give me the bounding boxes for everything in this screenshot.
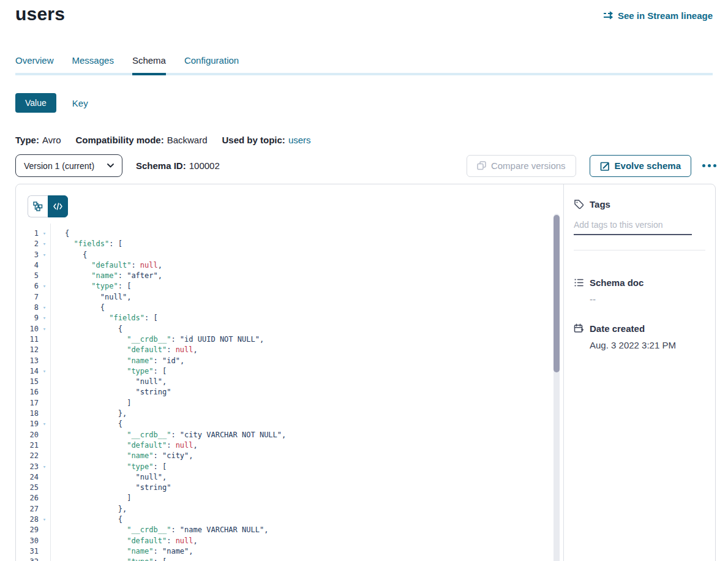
line-number: 31 (16, 546, 39, 557)
topic-link[interactable]: users (288, 135, 311, 145)
code-view-button[interactable] (48, 195, 68, 217)
add-tags-input[interactable] (574, 217, 692, 235)
fold-toggle-icon[interactable]: ▾ (39, 228, 50, 239)
code-text: "type": [ (50, 281, 131, 292)
code-text: "__crdb__": "city VARCHAR NOT NULL", (50, 430, 286, 440)
fold-toggle-icon[interactable]: ▾ (39, 324, 50, 334)
tab-configuration[interactable]: Configuration (184, 55, 239, 75)
fold-spacer (39, 472, 50, 483)
code-line: 11 "__crdb__": "id UUID NOT NULL", (16, 334, 549, 345)
fold-toggle-icon[interactable]: ▾ (39, 239, 50, 249)
code-text: "null", (50, 472, 167, 483)
line-number: 15 (16, 377, 39, 387)
code-line: 18 }, (16, 409, 549, 419)
code-line: 20 "__crdb__": "city VARCHAR NOT NULL", (16, 430, 549, 440)
code-line: 26 ] (16, 493, 549, 503)
line-number: 25 (16, 483, 39, 493)
line-number: 1 (16, 228, 39, 239)
fold-spacer (39, 536, 50, 546)
fold-spacer (39, 409, 50, 419)
more-actions-button[interactable] (701, 162, 718, 170)
tree-diagram-icon (33, 201, 43, 211)
list-icon (574, 277, 584, 288)
fold-toggle-icon[interactable]: ▾ (39, 557, 50, 561)
tab-messages[interactable]: Messages (72, 55, 114, 75)
fold-toggle-icon[interactable]: ▾ (39, 514, 50, 525)
line-number: 26 (16, 493, 39, 503)
schema-doc-value: -- (574, 294, 705, 304)
line-number: 2 (16, 239, 39, 249)
line-number: 20 (16, 430, 39, 440)
line-number: 22 (16, 451, 39, 461)
key-toggle-link[interactable]: Key (72, 98, 88, 108)
fold-spacer (39, 504, 50, 514)
code-text: "string" (50, 387, 171, 397)
sidebar-divider (574, 250, 705, 250)
code-line: 7 "null", (16, 292, 549, 303)
code-text: { (50, 514, 122, 525)
code-line: 4 "default": null, (16, 260, 549, 271)
tab-schema[interactable]: Schema (132, 55, 166, 75)
fold-spacer (39, 271, 50, 281)
see-in-stream-lineage-link[interactable]: See in Stream lineage (602, 10, 713, 21)
code-text: "default": null, (50, 345, 198, 355)
line-number: 24 (16, 472, 39, 483)
schema-page: users See in Stream lineage Overview Mes… (0, 0, 728, 561)
scrollbar-thumb[interactable] (554, 215, 560, 372)
line-number: 9 (16, 313, 39, 323)
line-number: 19 (16, 419, 39, 429)
page-title: users (15, 4, 65, 24)
line-number: 27 (16, 504, 39, 514)
editor-scrollbar[interactable] (554, 214, 560, 561)
tree-view-button[interactable] (28, 195, 48, 217)
fold-spacer (39, 377, 50, 387)
code-text: { (50, 250, 87, 260)
code-line: 31 "name": "name", (16, 546, 549, 557)
code-line: 27 }, (16, 504, 549, 514)
fold-toggle-icon[interactable]: ▾ (39, 281, 50, 292)
code-line: 16 "string" (16, 387, 549, 397)
tab-overview[interactable]: Overview (15, 55, 54, 75)
code-line: 28▾ { (16, 514, 549, 525)
fold-spacer (39, 398, 50, 409)
code-line: 12 "default": null, (16, 345, 549, 355)
line-number: 29 (16, 525, 39, 535)
tags-section-title: Tags (574, 199, 705, 209)
code-text: "fields": [ (50, 313, 158, 323)
code-text: "name": "name", (50, 546, 193, 557)
fold-toggle-icon[interactable]: ▾ (39, 366, 50, 377)
fold-toggle-icon[interactable]: ▾ (39, 419, 50, 429)
fold-spacer (39, 483, 50, 493)
fold-spacer (39, 356, 50, 366)
line-number: 10 (16, 324, 39, 334)
fold-toggle-icon[interactable]: ▾ (39, 250, 50, 260)
compare-icon (477, 161, 486, 170)
code-line: 8▾ { (16, 303, 549, 313)
line-number: 30 (16, 536, 39, 546)
code-text: "type": [ (50, 557, 167, 561)
code-line: 19▾ { (16, 419, 549, 429)
code-text: "null", (50, 292, 131, 303)
fold-spacer (39, 525, 50, 535)
line-number: 11 (16, 334, 39, 345)
code-brackets-icon (53, 203, 62, 210)
code-text: ] (50, 398, 131, 409)
edit-icon (600, 161, 610, 171)
evolve-schema-button[interactable]: Evolve schema (590, 155, 691, 177)
value-key-toggle: Value Key (15, 93, 88, 113)
line-number: 32 (16, 557, 39, 561)
code-line: 5 "name": "after", (16, 271, 549, 281)
compare-versions-button[interactable]: Compare versions (467, 155, 576, 177)
code-text: { (50, 303, 105, 313)
fold-toggle-icon[interactable]: ▾ (39, 313, 50, 323)
ellipsis-icon (702, 164, 705, 167)
line-number: 28 (16, 514, 39, 525)
fold-toggle-icon[interactable]: ▾ (39, 303, 50, 313)
fold-toggle-icon[interactable]: ▾ (39, 462, 50, 472)
code-line: 9▾ "fields": [ (16, 313, 549, 323)
version-select[interactable]: Version 1 (current) (15, 154, 122, 177)
date-created-section-title: Date created (574, 323, 705, 334)
fold-spacer (39, 334, 50, 345)
code-line: 10▾ { (16, 324, 549, 334)
value-toggle-button[interactable]: Value (15, 93, 56, 113)
